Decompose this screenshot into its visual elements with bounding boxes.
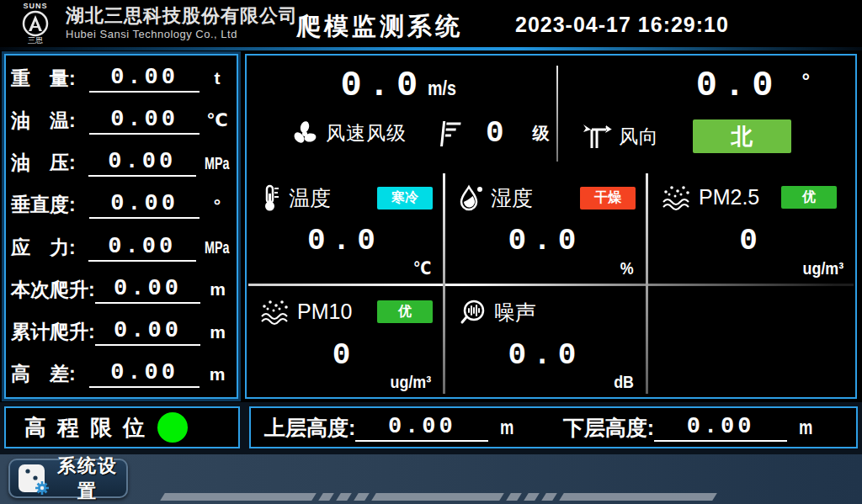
metric-value: 0.00	[95, 276, 201, 304]
cell-value: 0.0	[445, 224, 646, 258]
cell-label: PM10	[297, 300, 352, 324]
metric-value: 0.00	[88, 149, 196, 177]
humidity-status-badge: 干燥	[580, 187, 636, 210]
metric-unit: °	[203, 195, 231, 215]
hydraulic-metrics-panel: 重 量: 0.00 t 油 温: 0.00 ℃ 油 压: 0.00 MPa 垂直…	[4, 54, 238, 399]
datetime-display: 2023-04-17 16:29:10	[515, 13, 729, 37]
metric-row-total-climb: 累计爬升: 0.00 m	[11, 311, 231, 353]
metric-value: 0.00	[95, 318, 201, 346]
metric-unit: t	[203, 68, 231, 88]
metric-value: 0.00	[89, 360, 200, 388]
cell-value: 0.0	[247, 224, 443, 258]
wind-speed-value-line: 0.0 m/s	[247, 67, 556, 104]
cell-label: PM2.5	[699, 185, 759, 210]
metric-label: 累计爬升:	[11, 319, 95, 345]
cell-header: 温度 寒冷	[247, 172, 443, 212]
cell-unit: ℃	[412, 258, 431, 279]
metric-unit: m	[203, 364, 231, 385]
wind-level-flag-icon	[439, 119, 464, 149]
cell-header: PM2.5 优	[648, 172, 855, 210]
metric-label: 应 力:	[11, 235, 88, 261]
settings-sliders-icon	[17, 462, 49, 496]
page-title: 爬模监测系统	[296, 10, 463, 44]
pm25-status-badge: 优	[781, 186, 837, 209]
wind-speed-section: 0.0 m/s 风速风级	[247, 56, 556, 172]
bottom-status-row: 高程限位 上层高度: 0.00 m 下层高度: 0.00 m	[0, 402, 862, 454]
metric-label: 高 差:	[11, 361, 89, 387]
cell-label: 温度	[289, 184, 331, 212]
elevation-limit-box: 高程限位	[4, 406, 240, 448]
wind-direction-section: 0.0 ° 风向 北	[558, 56, 855, 172]
upper-height-unit: m	[500, 416, 513, 439]
thermometer-icon	[260, 183, 282, 212]
metric-value: 0.00	[89, 65, 200, 93]
noise-icon	[459, 298, 487, 326]
metric-unit: ℃	[203, 110, 231, 130]
fan-icon	[290, 119, 319, 148]
wind-direction-button[interactable]: 北	[693, 119, 791, 153]
cell-unit: %	[620, 258, 634, 279]
elevation-limit-indicator	[157, 412, 188, 443]
company-logo: SUNS 三思	[7, 1, 64, 46]
logo-mark-icon	[22, 10, 49, 37]
header-divider	[0, 47, 862, 50]
cell-value: 0	[648, 224, 855, 258]
cell-header: 湿度 干燥	[445, 172, 646, 212]
wind-level-line: 风速风级 0 级	[247, 116, 556, 151]
wind-speed-label: 风速风级	[326, 120, 407, 146]
system-settings-button[interactable]: 系统设置	[8, 459, 128, 498]
wind-speed-unit: m/s	[428, 77, 456, 100]
wind-direction-value-line: 0.0 °	[696, 67, 810, 104]
company-name-cn: 湖北三思科技股份有限公司	[66, 5, 298, 27]
metric-label: 油 温:	[11, 108, 89, 134]
cell-header: 噪声	[445, 286, 646, 326]
pm10-cell: PM10 优 0 ug/m³	[247, 286, 443, 397]
logo-bottom-text: 三思	[7, 37, 64, 45]
upper-height-field: 上层高度: 0.00 m	[264, 414, 516, 442]
pm10-status-badge: 优	[377, 300, 433, 323]
wind-direction-line: 风向 北	[558, 119, 855, 153]
metric-row-verticality: 垂直度: 0.00 °	[11, 184, 231, 226]
environment-panel: 0.0 m/s 风速风级	[245, 54, 857, 399]
metric-row-weight: 重 量: 0.00 t	[11, 57, 231, 99]
cell-label: 噪声	[494, 299, 536, 326]
lower-height-field: 下层高度: 0.00 m	[563, 414, 815, 442]
footer-decoration	[162, 493, 715, 501]
metric-unit: MPa	[205, 237, 226, 257]
upper-height-value: 0.00	[355, 414, 488, 442]
layer-height-box: 上层高度: 0.00 m 下层高度: 0.00 m	[249, 406, 858, 448]
settings-button-label: 系统设置	[56, 454, 120, 504]
cell-unit: ug/m³	[390, 372, 431, 392]
wind-direction-unit: °	[801, 69, 810, 93]
metric-value: 0.00	[89, 191, 200, 219]
metric-unit: MPa	[205, 153, 226, 173]
cell-unit: ug/m³	[802, 258, 843, 279]
cell-header: PM10 优	[247, 286, 443, 325]
dust-icon	[260, 298, 290, 325]
wind-direction-label: 风向	[619, 124, 659, 150]
wind-level-unit: 级	[533, 122, 550, 145]
metric-row-height-diff: 高 差: 0.00 m	[11, 353, 231, 395]
temperature-cell: 温度 寒冷 0.0 ℃	[247, 172, 443, 284]
dust-icon	[662, 183, 692, 210]
noise-cell: 噪声 0.0 dB	[445, 286, 646, 397]
company-name: 湖北三思科技股份有限公司 Hubei Sansi Technology Co.,…	[66, 5, 298, 41]
metric-row-oil-pressure: 油 压: 0.00 MPa	[11, 142, 231, 184]
temperature-status-badge: 寒冷	[377, 187, 433, 210]
wind-speed-value: 0.0	[341, 67, 425, 104]
cell-label: 湿度	[491, 184, 533, 212]
lower-height-unit: m	[799, 416, 812, 439]
wind-vane-icon	[580, 121, 614, 151]
cell-unit: dB	[614, 372, 634, 392]
metric-value: 0.00	[88, 234, 196, 262]
metric-row-stress: 应 力: 0.00 MPa	[11, 226, 231, 268]
cell-value: 0	[247, 338, 443, 373]
header: SUNS 三思 湖北三思科技股份有限公司 Hubei Sansi Technol…	[0, 0, 862, 47]
company-name-en: Hubei Sansi Technology Co., Ltd	[66, 27, 298, 41]
lower-height-value: 0.00	[654, 414, 787, 442]
metric-row-oil-temp: 油 温: 0.00 ℃	[11, 99, 231, 141]
lower-height-label: 下层高度:	[563, 414, 654, 442]
env-cell-empty	[648, 286, 855, 397]
cell-value: 0.0	[445, 338, 646, 373]
metric-row-current-climb: 本次爬升: 0.00 m	[11, 268, 231, 310]
